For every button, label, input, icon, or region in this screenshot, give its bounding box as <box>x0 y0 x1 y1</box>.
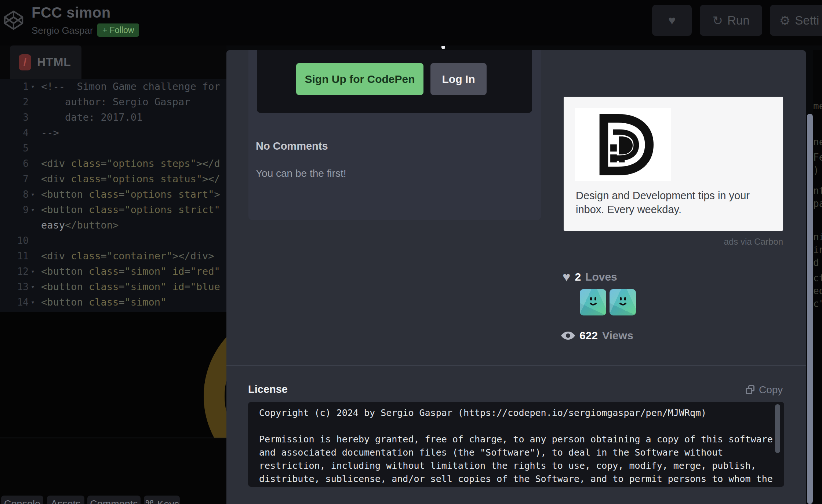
heart-icon: ♥ <box>563 270 570 284</box>
avatar[interactable] <box>580 289 606 315</box>
comments-card: Sign Up for CodePen Log In No Comments Y… <box>248 50 541 220</box>
pen-title: FCC simon <box>32 4 111 21</box>
clipped-text-fragment <box>441 46 445 49</box>
signup-prompt-card: Sign Up for CodePen Log In <box>257 50 532 113</box>
code-line: 3 date: 2017.01 <box>0 110 226 125</box>
code-line: 1▾<!-- Simon Game challenge for <box>0 79 226 94</box>
code-line: 4--> <box>0 125 226 140</box>
eye-icon <box>561 331 575 340</box>
modal-scrollbar[interactable] <box>807 114 813 504</box>
carbon-ad-card[interactable]: Design and Development tips in your inbo… <box>564 97 783 231</box>
code-fragment: in <box>813 244 822 255</box>
codepen-logo-icon[interactable] <box>3 10 24 31</box>
ad-text[interactable]: Design and Development tips in your inbo… <box>576 189 772 216</box>
loves-label: Loves <box>585 271 617 283</box>
license-text: Copyright (c) 2024 by Sergio Gaspar (htt… <box>259 406 773 486</box>
loves-stat: ♥ 2 Loves <box>563 270 617 284</box>
header-bar: FCC simon Sergio Gaspar + Follow ♥ ↻ Run… <box>0 0 822 45</box>
settings-label: Setti <box>795 14 819 28</box>
code-line: 11<div class="container"></div> <box>0 248 226 264</box>
love-button[interactable]: ♥ <box>652 5 692 36</box>
code-fragment: d <box>813 257 819 268</box>
code-fragment: ed <box>813 285 822 296</box>
ads-via-carbon-link[interactable]: ads via Carbon <box>723 237 783 247</box>
smiley-face-icon <box>619 297 627 307</box>
pen-details-modal: Sign Up for CodePen Log In No Comments Y… <box>226 50 806 504</box>
tab-html[interactable]: / HTML <box>10 45 81 79</box>
keys-button[interactable]: ⌘ Keys <box>144 496 180 504</box>
assets-button[interactable]: Assets <box>47 496 84 504</box>
code-fragment: ) <box>813 165 819 176</box>
codepen-pen-details-page: FCC simon Sergio Gaspar + Follow ♥ ↻ Run… <box>0 0 822 504</box>
run-button[interactable]: ↻ Run <box>700 5 762 36</box>
settings-button[interactable]: ⚙ Setti <box>770 5 822 36</box>
simon-game-ring <box>204 312 226 438</box>
license-heading: License <box>248 383 288 395</box>
license-text-box[interactable]: Copyright (c) 2024 by Sergio Gaspar (htt… <box>248 402 784 487</box>
views-count: 622 <box>579 329 598 342</box>
code-line: 12▾<button class="simon" id="red" <box>0 264 226 279</box>
code-fragment: ni <box>813 231 822 242</box>
code-line: 5 <box>0 140 226 156</box>
copy-license-button[interactable]: Copy <box>746 384 783 396</box>
code-fragment: nt <box>813 185 822 196</box>
code-fragment: pa <box>813 198 822 209</box>
code-fragment: ct <box>813 273 822 284</box>
code-line: 7<div class="options status"></ <box>0 171 226 187</box>
d-logo-icon <box>592 114 654 175</box>
code-line: 8▾<button class="options start"> <box>0 187 226 202</box>
follow-button[interactable]: + Follow <box>97 23 139 37</box>
code-line: 6<div class="options steps"></d <box>0 156 226 171</box>
code-line: 10 <box>0 233 226 248</box>
preview-lower-panel <box>0 438 226 504</box>
views-label: Views <box>602 329 633 342</box>
code-fragment: me <box>813 101 822 112</box>
code-line: 2 author: Sergio Gaspar <box>0 94 226 110</box>
login-button[interactable]: Log In <box>430 63 487 95</box>
code-fragment: c" <box>813 298 822 309</box>
html-tab-icon: / <box>19 54 31 70</box>
lovers-avatar-list <box>580 289 636 315</box>
console-button[interactable]: Console <box>1 496 43 504</box>
comments-button[interactable]: Comments <box>87 496 141 504</box>
html-code-editor[interactable]: 1▾<!-- Simon Game challenge for2 author:… <box>0 79 226 312</box>
section-divider <box>226 365 806 366</box>
ad-logo-image[interactable] <box>575 108 671 181</box>
heart-icon: ♥ <box>668 13 676 28</box>
no-comments-subtext: You can be the first! <box>256 168 346 179</box>
license-scrollbar[interactable] <box>775 404 780 453</box>
code-line: easy</button> <box>0 218 226 233</box>
rerun-icon: ↻ <box>712 13 723 28</box>
signup-button[interactable]: Sign Up for CodePen <box>296 63 423 95</box>
code-lines: 1▾<!-- Simon Game challenge for2 author:… <box>0 79 226 310</box>
html-tab-label: HTML <box>37 55 71 69</box>
no-comments-heading: No Comments <box>256 140 328 152</box>
pen-author[interactable]: Sergio Gaspar <box>32 25 93 36</box>
views-stat: 622 Views <box>561 329 633 342</box>
background-css-editor-fragments: meneFe)ntpaniindctedc" <box>813 50 822 504</box>
loves-count: 2 <box>575 271 581 283</box>
run-label: Run <box>727 14 750 28</box>
code-fragment: ne <box>813 136 822 147</box>
code-fragment: Fe <box>813 152 822 163</box>
code-line: 13▾<button class="simon" id="blue <box>0 279 226 295</box>
copy-label: Copy <box>759 384 783 396</box>
copy-icon <box>746 385 755 395</box>
pen-preview-area <box>0 312 226 438</box>
code-line: 9▾<button class="options strict" <box>0 202 226 218</box>
gear-icon: ⚙ <box>779 13 790 28</box>
smiley-face-icon <box>589 297 597 307</box>
avatar[interactable] <box>610 289 636 315</box>
code-line: 14▾<button class="simon" <box>0 295 226 310</box>
